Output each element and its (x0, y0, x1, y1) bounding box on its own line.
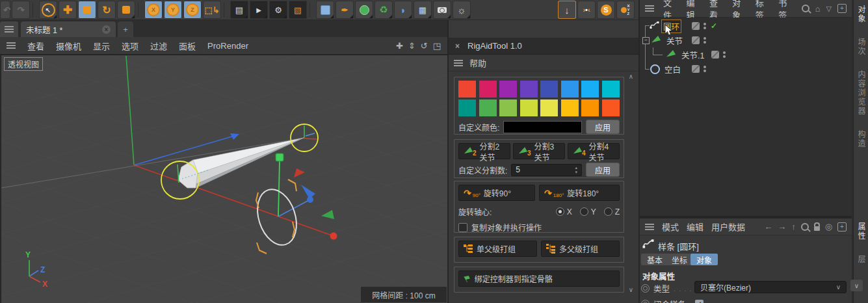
side-tab-takes[interactable]: 场次 (856, 38, 867, 56)
tip-x-handle[interactable] (304, 138, 317, 139)
scroll-down-icon[interactable]: ∨ (629, 286, 633, 293)
maximize-view-icon[interactable]: ◳ (433, 41, 441, 51)
split-count-input[interactable]: 5 ▴▾ (511, 164, 582, 176)
bind-controller-button[interactable]: ⚑ 绑定控制器到指定骨骼 (458, 270, 620, 287)
workplane-button[interactable]: XYZ (616, 1, 635, 19)
side-tab-layers[interactable]: 层 (856, 255, 867, 264)
redo-button[interactable]: ↷ (12, 1, 30, 19)
axis-z-radio[interactable] (604, 207, 612, 216)
object-tree[interactable]: − 圆环 ✓ 关节 关节.1 空白 (640, 18, 852, 216)
coordinate-system-button[interactable]: ⬚↳ (203, 1, 221, 19)
closed-spline-checkbox[interactable]: ✓ (695, 300, 704, 303)
make-editable-button[interactable]: ↓ (558, 1, 576, 19)
menu-panel[interactable]: 面板 (179, 40, 196, 52)
tab-object[interactable]: 对象 (690, 254, 718, 265)
light-button[interactable]: ☼ (453, 1, 471, 19)
color-swatch[interactable] (479, 99, 497, 116)
camera-button[interactable] (433, 1, 451, 19)
z-axis-lock-button[interactable]: Z (183, 1, 202, 19)
search-icon[interactable] (802, 5, 809, 12)
deformer-button[interactable]: ◗ (394, 1, 412, 19)
axis-x-radio[interactable] (556, 207, 564, 216)
spline-type-dropdown[interactable]: 贝塞尔(Bezier) ∨ (694, 281, 847, 293)
visibility-dots[interactable] (704, 66, 706, 72)
visibility-dots[interactable] (704, 37, 706, 44)
target-icon[interactable]: ◎ (825, 222, 832, 231)
layer-toggle[interactable] (692, 36, 700, 44)
color-swatch[interactable] (540, 81, 558, 98)
forward-arrow-icon[interactable]: → (778, 222, 786, 231)
new-tab-button[interactable]: + (118, 21, 133, 37)
live-selection-tool[interactable]: ↖ (39, 1, 57, 19)
menu-view[interactable]: 查看 (27, 40, 44, 52)
object-name[interactable]: 空白 (663, 63, 682, 75)
color-swatch[interactable] (581, 99, 599, 116)
custom-color-field[interactable] (503, 121, 582, 133)
search-icon[interactable] (801, 223, 809, 231)
panel-menu-icon[interactable] (454, 62, 463, 64)
subdivision-surface-button[interactable] (355, 1, 373, 19)
rigaidtool-titlebar[interactable]: × RigAidTool 1.0 (449, 38, 638, 55)
menu-filter[interactable]: 过滤 (150, 40, 167, 52)
tip-z-handle[interactable] (306, 133, 315, 136)
home-icon[interactable]: ⌂ (815, 4, 821, 14)
lock-icon[interactable] (814, 226, 820, 231)
undo-button[interactable]: ↶ (0, 1, 10, 19)
object-row-joint1[interactable]: 关节.1 (640, 48, 852, 61)
attr-menu-userdata[interactable]: 用户数据 (711, 220, 745, 233)
spinner-icon[interactable]: ▴▾ (575, 165, 577, 174)
layer-toggle[interactable] (692, 22, 700, 30)
viewport-menu-icon[interactable] (7, 45, 16, 46)
side-tab-content-browser[interactable]: 内容浏览器 (856, 70, 867, 116)
apply-split-button[interactable]: 应用 (586, 163, 620, 177)
color-swatch[interactable] (602, 99, 620, 116)
rotate-band-x[interactable] (294, 168, 305, 178)
color-swatch[interactable] (540, 99, 558, 116)
side-tab-objects[interactable]: 对象 (856, 5, 867, 23)
param-circle-icon[interactable] (641, 300, 650, 303)
array-generator-button[interactable]: ♻ (375, 1, 393, 19)
color-swatch[interactable] (458, 81, 476, 98)
attr-menu-icon[interactable] (645, 226, 654, 228)
pan-view-icon[interactable]: ✚ (396, 41, 403, 51)
close-panel-icon[interactable]: × (455, 42, 460, 51)
layer-toggle[interactable] (711, 51, 719, 59)
layer-toggle[interactable] (692, 65, 700, 73)
om-menu-icon[interactable] (645, 8, 654, 9)
color-swatch[interactable] (581, 81, 599, 98)
edit-render-settings-button[interactable]: ▧ (289, 1, 307, 19)
scroll-up-icon[interactable]: ∧ (629, 73, 633, 80)
last-tool[interactable] (117, 1, 135, 19)
add-panel-icon[interactable]: + (837, 222, 847, 231)
enable-axis-button[interactable]: ›•‹ (577, 1, 596, 19)
axis-y-radio[interactable] (580, 207, 588, 216)
object-row-null[interactable]: 空白 (640, 62, 852, 75)
scale-tool[interactable] (78, 1, 96, 19)
menu-camera[interactable]: 摄像机 (56, 40, 81, 52)
render-to-picture-viewer-button[interactable]: ▶ (250, 1, 268, 19)
rotate-band-z[interactable] (301, 185, 315, 199)
render-view-button[interactable]: ▤ (230, 1, 248, 19)
environment-button[interactable]: ▦ (414, 1, 432, 19)
tabbar-menu-button[interactable] (0, 21, 18, 37)
menu-prorender[interactable]: ProRender (207, 41, 248, 51)
render-settings-button[interactable]: ⚙ (269, 1, 287, 19)
menu-options[interactable]: 选项 (122, 40, 138, 52)
color-swatch[interactable] (520, 81, 538, 98)
color-swatch[interactable] (561, 81, 579, 98)
color-swatch[interactable] (499, 81, 517, 98)
enabled-check-icon[interactable]: ✓ (711, 21, 717, 31)
rotate-band-y[interactable] (321, 210, 334, 219)
color-swatch[interactable] (520, 99, 538, 116)
menu-display[interactable]: 显示 (93, 40, 110, 52)
y-axis-lock-button[interactable]: Y (164, 1, 182, 19)
gizmo-y-axis[interactable] (278, 161, 280, 217)
color-swatch[interactable] (499, 99, 517, 116)
visibility-dots[interactable] (723, 51, 726, 58)
dolly-view-icon[interactable]: ⇕ (408, 41, 415, 51)
copy-object-checkbox[interactable] (458, 223, 467, 232)
color-swatch[interactable] (602, 81, 620, 98)
apply-color-button[interactable]: 应用 (586, 120, 620, 134)
gizmo-x-handle[interactable] (330, 233, 337, 240)
multi-parent-group-button[interactable]: 多父级打组 (541, 241, 620, 257)
